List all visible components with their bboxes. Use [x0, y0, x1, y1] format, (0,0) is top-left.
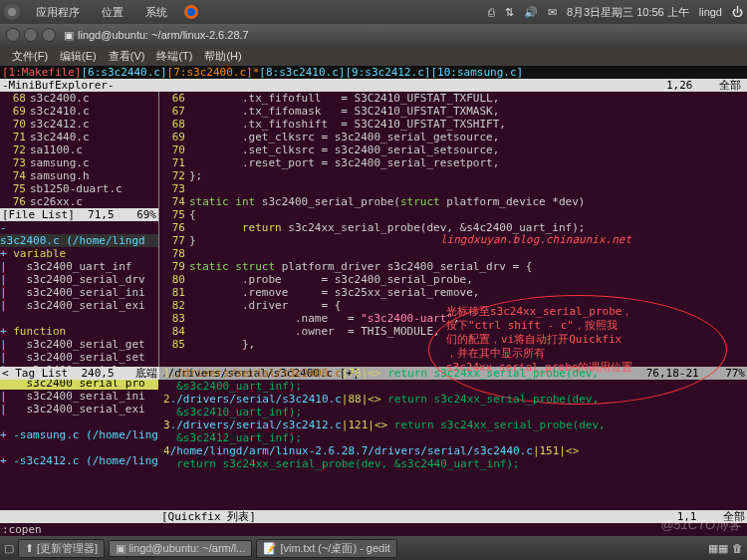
file-list-item[interactable]: 74samsung.h [0, 169, 158, 182]
firefox-icon[interactable] [183, 4, 199, 20]
window-titlebar: ▣ lingd@ubuntu: ~/arm/linux-2.6.28.7 [0, 24, 747, 46]
window-title: lingd@ubuntu: ~/arm/linux-2.6.28.7 [78, 29, 249, 41]
sound-icon[interactable]: 🔊 [524, 6, 538, 19]
app-menubar: 文件(F) 编辑(E) 查看(V) 终端(T) 帮助(H) [0, 46, 747, 66]
menu-help[interactable]: 帮助(H) [198, 49, 247, 64]
menu-places[interactable]: 位置 [96, 5, 129, 20]
menu-edit[interactable]: 编辑(E) [54, 49, 103, 64]
menu-view[interactable]: 查看(V) [103, 49, 151, 64]
file-list[interactable]: 68s3c2400.c69s3c2410.c70s3c2412.c71s3c24… [0, 92, 158, 208]
network-icon[interactable]: ⇅ [505, 6, 514, 19]
taglist-item[interactable]: | s3c2400_serial_exi [0, 299, 158, 312]
taglist-item[interactable]: | s3c2400_serial_exi [0, 403, 158, 416]
quickfix-list[interactable]: 1 ./drivers/serial/s3c2400.c|76| <> retu… [159, 367, 747, 470]
task-update-manager[interactable]: ⬆[更新管理器] [18, 539, 105, 558]
file-list-item[interactable]: 75sb1250-duart.c [0, 182, 158, 195]
watermark: @51CTO博客 [660, 516, 741, 534]
show-desktop-icon[interactable]: ▢ [4, 542, 14, 555]
taglist-item[interactable]: | s3c2400_serial_ini [0, 286, 158, 299]
taglist-item[interactable]: | s3c2400_serial_set [0, 351, 158, 364]
quickfix-item[interactable]: 2 ./drivers/serial/s3c2410.c|88| <> retu… [163, 393, 747, 406]
minimize-button[interactable] [24, 28, 38, 42]
file-list-item[interactable]: 69s3c2410.c [0, 105, 158, 118]
mail-icon[interactable]: ✉ [548, 6, 557, 19]
file-list-item[interactable]: 71s3c2440.c [0, 131, 158, 143]
menu-terminal[interactable]: 终端(T) [150, 49, 198, 64]
terminal-icon: ▣ [64, 29, 74, 42]
minibuf-status: -MiniBufExplorer-1,26 全部 [0, 79, 747, 92]
taglist-item[interactable]: | s3c2400_serial_get [0, 338, 158, 351]
terminal[interactable]: [1:Makefile][6:s3c2440.c][7:s3c2400.c]*[… [0, 66, 747, 536]
blog-annotation: lingdxuyan.blog.chinaunix.net [440, 233, 631, 246]
close-button[interactable] [6, 28, 20, 42]
power-icon[interactable]: ⏻ [732, 6, 743, 18]
svg-point-2 [187, 8, 195, 16]
menu-system[interactable]: 系统 [139, 5, 173, 20]
indicator-icon[interactable]: ⎙ [488, 6, 495, 18]
quickfix-item[interactable]: 3 ./drivers/serial/s3c2412.c|121| <> ret… [163, 419, 747, 431]
annotation-text: 光标移至s3c24xx_serial_probe， 按下"ctrl shift … [446, 305, 632, 375]
vim-cmdline[interactable]: :copen [0, 523, 747, 536]
file-list-item[interactable]: 73samsung.c [0, 156, 158, 169]
clock[interactable]: 8月3日星期三 10:56 上午 [567, 5, 689, 20]
minibuf-tabs[interactable]: [1:Makefile][6:s3c2440.c][7:s3c2400.c]*[… [0, 66, 747, 79]
menu-file[interactable]: 文件(F) [6, 49, 54, 64]
maximize-button[interactable] [42, 28, 56, 42]
filelist-status: [File List] 71,569% [0, 208, 158, 221]
quickfix-item[interactable]: 1 ./drivers/serial/s3c2400.c|76| <> retu… [163, 367, 747, 380]
file-list-item[interactable]: 72sa1100.c [0, 143, 158, 156]
taglist-status: < Tag List 240,5底端 [0, 367, 159, 380]
svg-point-0 [8, 8, 16, 16]
file-list-item[interactable]: 68s3c2400.c [0, 92, 158, 105]
top-panel: 应用程序 位置 系统 ⎙ ⇅ 🔊 ✉ 8月3日星期三 10:56 上午 ling… [0, 0, 747, 24]
bottom-panel: ▢ ⬆[更新管理器] ▣lingd@ubuntu: ~/arm/l... 📝[v… [0, 536, 747, 560]
file-list-item[interactable]: 76sc26xx.c [0, 195, 158, 208]
menu-applications[interactable]: 应用程序 [30, 5, 86, 20]
taglist-item[interactable]: | s3c2400_serial_drv [0, 273, 158, 286]
user-menu[interactable]: lingd [699, 6, 722, 18]
ubuntu-logo-icon[interactable] [4, 4, 20, 20]
taglist-item[interactable]: | s3c2400_uart_inf [0, 260, 158, 273]
tag-list[interactable]: s3c2400.c (/home/lingd + variable | s3c2… [0, 234, 158, 480]
task-terminal[interactable]: ▣lingd@ubuntu: ~/arm/l... [109, 540, 252, 557]
workspace-switcher[interactable]: ▦▦ [708, 542, 728, 555]
quickfix-status: [Quickfix 列表]1,1 全部 [159, 510, 747, 523]
taglist-item[interactable]: | s3c2400_serial_ini [0, 390, 158, 403]
file-list-item[interactable]: 70s3c2412.c [0, 118, 158, 131]
trash-icon[interactable]: 🗑 [732, 542, 743, 554]
task-gedit[interactable]: 📝[vim.txt (~/桌面) - gedit [256, 539, 396, 558]
quickfix-item[interactable]: 4 /home/lingd/arm/linux-2.6.28.7/drivers… [163, 444, 747, 457]
